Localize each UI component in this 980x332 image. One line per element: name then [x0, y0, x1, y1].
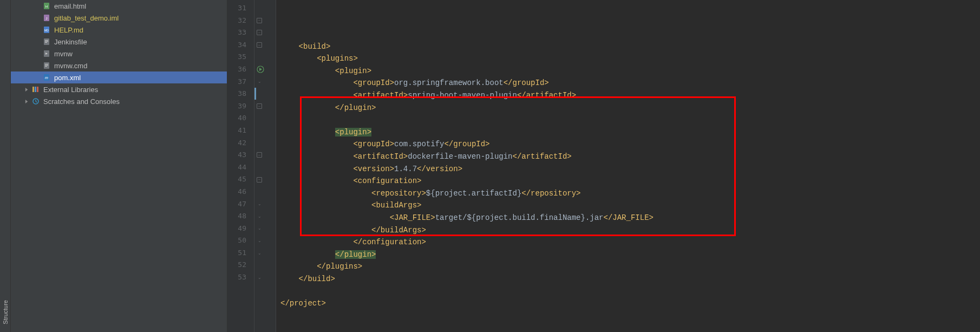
svg-rect-9 [45, 42, 47, 43]
code-line[interactable]: <artifactId>dockerfile-maven-plugin</art… [276, 151, 980, 163]
svg-rect-18 [35, 87, 36, 92]
fold-gutter: −−−⌄−−−⌄⌄⌄⌄⌄⌄ [254, 0, 276, 332]
svg-rect-8 [45, 41, 48, 42]
file-label: HELP.md [54, 26, 83, 34]
svg-rect-17 [32, 87, 34, 92]
code-line[interactable]: </configuration> [276, 236, 980, 249]
code-line[interactable]: <artifactId>spring-boot-maven-plugin</ar… [276, 89, 980, 102]
code-line[interactable]: <groupId>com.spotify</groupId> [276, 138, 980, 151]
file-label: mvnw.cmd [54, 62, 87, 70]
code-line[interactable]: <JAR_FILE>target/${project.build.finalNa… [276, 212, 980, 224]
scratches-icon [31, 97, 40, 106]
external-libraries-node[interactable]: External Libraries [11, 83, 227, 95]
file-node[interactable]: MDHELP.md [11, 24, 227, 36]
file-node[interactable]: Jenkinsfile [11, 36, 227, 48]
code-line[interactable] [276, 285, 980, 297]
file-label: gitlab_test_demo.iml [54, 14, 119, 22]
html-file-icon: H [42, 2, 51, 10]
md-file-icon: MD [42, 25, 51, 34]
structure-toolwindow-button[interactable]: Structure [2, 300, 9, 324]
code-line[interactable]: </plugins> [276, 261, 980, 273]
file-node[interactable]: mvnw.cmd [11, 60, 227, 71]
exec-file-icon [42, 49, 51, 58]
code-line[interactable]: <plugins> [276, 53, 980, 65]
text-file-icon [42, 61, 51, 70]
iml-file-icon: J [42, 14, 51, 22]
file-label: pom.xml [54, 74, 81, 82]
code-line[interactable]: </project> [276, 297, 980, 310]
code-line[interactable]: </plugin> [276, 102, 980, 114]
file-label: email.html [54, 2, 86, 10]
code-line[interactable]: <plugin> [276, 126, 980, 139]
external-libraries-label: External Libraries [43, 86, 98, 94]
text-file-icon [42, 37, 51, 46]
code-area[interactable]: <build> <plugins> <plugin> <groupId>org.… [276, 0, 980, 332]
svg-text:MD: MD [44, 29, 49, 32]
svg-text:J: J [46, 17, 48, 20]
scratches-node[interactable]: Scratches and Consoles [11, 95, 227, 107]
line-number-gutter: 3132333435363738394041424344454647484950… [227, 0, 254, 332]
file-label: mvnw [54, 50, 73, 58]
chevron-right-icon [23, 86, 30, 93]
code-line[interactable]: <buildArgs> [276, 199, 980, 212]
tool-window-bar: Structure [0, 0, 11, 332]
code-line[interactable]: <plugin> [276, 65, 980, 77]
svg-text:H: H [45, 5, 48, 8]
chevron-right-icon [23, 97, 30, 105]
file-label: Jenkinsfile [54, 38, 87, 46]
library-icon [31, 85, 40, 94]
code-line[interactable]: </build> [276, 273, 980, 285]
file-node[interactable]: mpom.xml [11, 71, 227, 83]
svg-rect-7 [45, 40, 48, 41]
code-line[interactable]: <configuration> [276, 175, 980, 187]
svg-rect-14 [45, 66, 47, 67]
code-line[interactable]: <build> [276, 41, 980, 53]
code-editor[interactable]: 3132333435363738394041424344454647484950… [227, 0, 980, 332]
code-line[interactable]: </buildArgs> [276, 224, 980, 237]
svg-text:m: m [45, 76, 48, 80]
scratches-label: Scratches and Consoles [43, 97, 120, 106]
code-line[interactable]: </plugin> [276, 249, 980, 261]
svg-rect-13 [45, 65, 48, 66]
file-node[interactable]: mvnw [11, 48, 227, 60]
svg-rect-19 [37, 87, 38, 92]
svg-rect-12 [45, 64, 48, 64]
code-line[interactable] [276, 28, 980, 41]
code-line[interactable]: <repository>${project.artifactId}</repos… [276, 187, 980, 200]
code-line[interactable]: <groupId>org.springframework.boot</group… [276, 77, 980, 89]
project-tree[interactable]: Hemail.htmlJgitlab_test_demo.imlMDHELP.m… [11, 0, 227, 332]
file-node[interactable]: Jgitlab_test_demo.iml [11, 12, 227, 24]
code-line[interactable]: <version>1.4.7</version> [276, 163, 980, 175]
code-line[interactable] [276, 114, 980, 126]
file-node[interactable]: Hemail.html [11, 0, 227, 12]
maven-file-icon: m [42, 73, 51, 82]
